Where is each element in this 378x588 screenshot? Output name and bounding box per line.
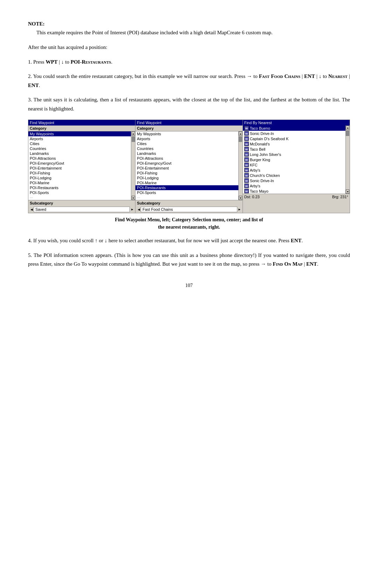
list-item[interactable]: W Captain D's Seafood K: [243, 136, 345, 141]
sub-left-arrow[interactable]: ◄: [137, 207, 141, 211]
left-panel-section: Category: [28, 126, 135, 131]
list-item[interactable]: POI-Entertainment: [135, 166, 238, 171]
left-subcategory-value-row: ◄ Saved ►: [28, 206, 135, 213]
step1-para: 1. Press WPT | ↓ to POI-Restaurants.: [28, 58, 350, 67]
center-panel-list-container: My Waypoints Airports Cities Countries L…: [135, 131, 242, 200]
restaurant-name: McDonald's: [250, 142, 270, 146]
sub-right-arrow[interactable]: ►: [238, 208, 241, 211]
dst-bar: Dst: 0.23 Brg: 231°: [243, 194, 350, 200]
note-text: This example requires the Point of Inter…: [36, 28, 350, 37]
poi-icon: W: [244, 131, 249, 136]
step1-dest: POI-Restaurants: [71, 59, 111, 65]
center-panel-title: Find Waypoint: [135, 120, 242, 126]
list-item[interactable]: W Long John Silver's: [243, 152, 345, 157]
restaurant-name: KFC: [250, 163, 258, 167]
list-item[interactable]: Landmarks: [135, 151, 238, 156]
list-item[interactable]: W Taco Mayo: [243, 188, 345, 194]
right-panel: Find By Nearest W Taco Bueno W Sonic Dri…: [243, 120, 350, 213]
list-item[interactable]: My Waypoints: [135, 131, 238, 136]
list-item[interactable]: POI-Attractions: [135, 156, 238, 161]
sub-left-arrow[interactable]: ◄: [30, 207, 34, 211]
poi-icon: W: [244, 173, 249, 178]
list-item[interactable]: Countries: [28, 146, 131, 151]
note-label: NOTE:: [28, 21, 350, 27]
list-item[interactable]: W McDonald's: [243, 141, 345, 146]
left-panel-subcategory: Subcategory: [28, 200, 135, 206]
center-subcategory-value: Fast Food Chains: [141, 207, 237, 212]
restaurant-name: Long John Silver's: [250, 152, 281, 157]
list-item[interactable]: ···: [135, 195, 238, 200]
list-item[interactable]: POI-Lodging: [28, 175, 131, 180]
list-item[interactable]: W Arby's: [243, 167, 345, 173]
note-block: NOTE: This example requires the Point of…: [28, 21, 350, 37]
scroll-down-arrow[interactable]: ▼: [346, 189, 349, 194]
scroll-down-arrow[interactable]: ▼: [239, 196, 242, 200]
restaurant-name: Sonic Drive-In: [250, 179, 274, 183]
step2-para: 2. You could search the entire restauran…: [28, 72, 350, 90]
poi-icon: W: [244, 152, 249, 157]
list-item[interactable]: POI-Restaurants: [135, 185, 238, 190]
scroll-down-arrow[interactable]: ▼: [132, 196, 135, 200]
list-item[interactable]: POI-Lodging: [135, 175, 238, 180]
list-item[interactable]: POI-Marine: [28, 180, 131, 185]
list-item[interactable]: Airports: [28, 136, 131, 141]
list-item[interactable]: Airports: [135, 136, 238, 141]
list-item[interactable]: POI-Sports: [28, 190, 131, 195]
left-panel-list-container: My Waypoints Airports Cities Countries L…: [28, 131, 135, 200]
list-item[interactable]: Countries: [135, 146, 238, 151]
list-item[interactable]: Cities: [135, 141, 238, 146]
poi-icon: W: [244, 142, 249, 146]
list-item[interactable]: My Waypoints: [28, 131, 131, 136]
right-panel-scrollbar[interactable]: ▲ ▼: [345, 126, 350, 194]
step1-wpt: WPT: [46, 59, 57, 65]
left-panel-list: My Waypoints Airports Cities Countries L…: [28, 131, 131, 200]
list-item[interactable]: Cities: [28, 141, 131, 146]
scroll-up-arrow[interactable]: ▲: [239, 131, 242, 136]
left-panel-scrollbar[interactable]: ▲ ▼: [131, 131, 135, 200]
list-item[interactable]: W Taco Bell: [243, 146, 345, 152]
list-item[interactable]: W Arby's: [243, 183, 345, 188]
sub-right-arrow[interactable]: ►: [131, 208, 134, 211]
scroll-up-arrow[interactable]: ▲: [132, 131, 135, 136]
screenshots-container: Find Waypoint Category My Waypoints Airp…: [28, 120, 350, 213]
subcategory-label: Subcategory: [137, 201, 160, 205]
left-panel: Find Waypoint Category My Waypoints Airp…: [28, 120, 135, 213]
list-item[interactable]: W Burger King: [243, 157, 345, 162]
restaurant-name: Church's Chicken: [250, 173, 280, 178]
poi-icon: W: [244, 163, 249, 167]
list-item[interactable]: ···: [28, 195, 131, 200]
scroll-thumb[interactable]: [132, 136, 135, 142]
list-item[interactable]: POI-Emergncy/Govt: [135, 161, 238, 166]
restaurant-name: Burger King: [250, 158, 270, 162]
poi-icon: W: [244, 136, 249, 141]
center-panel-scrollbar[interactable]: ▲ ▼: [238, 131, 243, 200]
step4-para: 4. If you wish, you could scroll ↑ or ↓ …: [28, 236, 350, 245]
list-item[interactable]: POI-Emergncy/Govt: [28, 161, 131, 166]
list-item[interactable]: POI-Entertainment: [28, 166, 131, 171]
list-item[interactable]: W Church's Chicken: [243, 173, 345, 178]
poi-icon: W: [244, 126, 249, 130]
list-item[interactable]: Landmarks: [28, 151, 131, 156]
brg-value: Brg: 231°: [332, 195, 348, 199]
list-item[interactable]: W Taco Bueno: [243, 126, 345, 131]
poi-icon: W: [244, 147, 249, 151]
step2-fastfood: Fast Food Chains: [259, 73, 300, 79]
list-item[interactable]: W KFC: [243, 162, 345, 167]
list-item[interactable]: POI-Attractions: [28, 156, 131, 161]
scroll-thumb[interactable]: [239, 136, 242, 142]
list-item[interactable]: POI-Restaurants: [28, 185, 131, 190]
list-item[interactable]: POI-Fishing: [28, 171, 131, 175]
scroll-thumb[interactable]: [346, 130, 349, 136]
scroll-up-arrow[interactable]: ▲: [346, 126, 349, 130]
list-item[interactable]: POI-Fishing: [135, 171, 238, 175]
list-item[interactable]: W Sonic Drive-In: [243, 131, 345, 136]
step3-para: 3. The unit says it is calculating, then…: [28, 95, 350, 113]
restaurant-name: Arby's: [250, 168, 260, 172]
list-item[interactable]: W Sonic Drive-In: [243, 178, 345, 183]
page-number: 107: [28, 283, 350, 288]
list-item[interactable]: POI-Marine: [135, 180, 238, 185]
list-item[interactable]: POI-Sports: [135, 190, 238, 195]
center-panel-list: My Waypoints Airports Cities Countries L…: [135, 131, 238, 200]
poi-icon: W: [244, 168, 249, 172]
caption-line2: the nearest restaurants, right.: [158, 224, 220, 230]
